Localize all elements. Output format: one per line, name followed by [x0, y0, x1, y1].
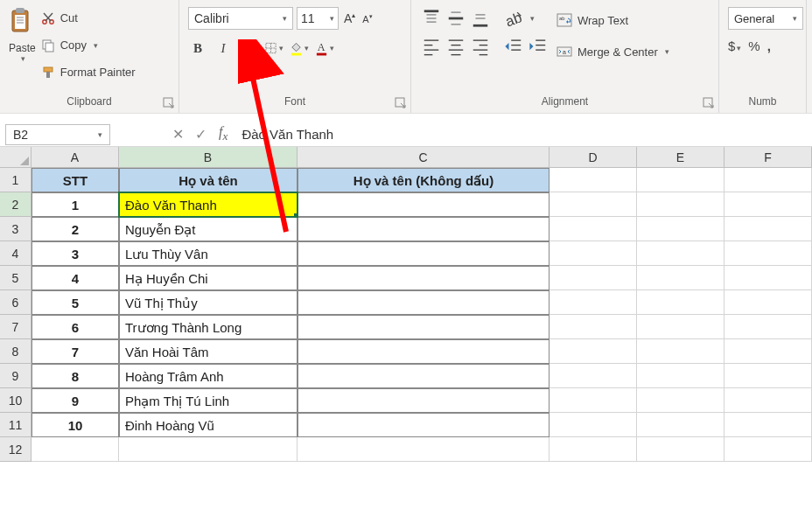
cell-E1[interactable] [637, 168, 724, 192]
percent-button[interactable]: % [748, 38, 760, 53]
row-header-4[interactable]: 4 [0, 241, 32, 266]
cell-A9[interactable]: 8 [32, 364, 119, 388]
column-header-C[interactable]: C [298, 147, 550, 168]
italic-button[interactable]: I [214, 38, 233, 58]
cell-C3[interactable] [298, 217, 550, 241]
cell-A4[interactable]: 3 [32, 241, 119, 266]
cell-F12[interactable] [724, 437, 812, 462]
cell-E4[interactable] [637, 241, 724, 266]
align-right-button[interactable] [471, 37, 490, 56]
column-header-B[interactable]: B [119, 147, 298, 168]
borders-button[interactable]: ▾ [264, 38, 284, 58]
cell-A1[interactable]: STT [32, 168, 119, 192]
cell-B1[interactable]: Họ và tên [119, 168, 298, 192]
cell-F6[interactable] [724, 290, 812, 315]
cell-D12[interactable] [550, 437, 637, 462]
font-dialog-launcher[interactable] [395, 97, 407, 109]
cell-C1[interactable]: Họ và tên (Không dấu) [298, 168, 550, 192]
cell-B2[interactable]: Đào Văn Thanh [119, 192, 298, 217]
fill-color-button[interactable]: ▾ [290, 38, 309, 58]
cell-C8[interactable] [298, 339, 550, 364]
increase-font-button[interactable]: A▴ [342, 11, 357, 25]
cell-E9[interactable] [637, 364, 724, 388]
row-header-5[interactable]: 5 [0, 266, 32, 290]
align-left-button[interactable] [422, 37, 441, 56]
underline-button[interactable]: U▾ [239, 38, 258, 58]
cell-F10[interactable] [724, 388, 812, 413]
row-header-1[interactable]: 1 [0, 168, 32, 192]
cell-A2[interactable]: 1 [32, 192, 119, 217]
row-header-7[interactable]: 7 [0, 315, 32, 339]
row-header-3[interactable]: 3 [0, 217, 32, 241]
cell-E12[interactable] [637, 437, 724, 462]
cell-A11[interactable]: 10 [32, 413, 119, 437]
column-header-E[interactable]: E [637, 147, 724, 168]
cell-B6[interactable]: Vũ Thị Thủy [119, 290, 298, 315]
merge-center-button[interactable]: a Merge & Center ▾ [556, 40, 669, 63]
orientation-button[interactable]: ab [504, 9, 523, 28]
cell-A3[interactable]: 2 [32, 217, 119, 241]
cell-E11[interactable] [637, 413, 724, 437]
column-header-A[interactable]: A [32, 147, 119, 168]
cell-E6[interactable] [637, 290, 724, 315]
row-header-6[interactable]: 6 [0, 290, 32, 315]
font-name-select[interactable]: Calibri ▾ [188, 7, 293, 30]
align-bottom-button[interactable] [471, 9, 490, 28]
alignment-dialog-launcher[interactable] [703, 97, 715, 109]
cell-C10[interactable] [298, 388, 550, 413]
decrease-indent-button[interactable] [504, 37, 523, 56]
cell-C9[interactable] [298, 364, 550, 388]
name-box[interactable]: B2 ▾ [5, 124, 110, 145]
cell-B11[interactable]: Đinh Hoàng Vũ [119, 413, 298, 437]
cancel-formula-button[interactable]: ✕ [168, 125, 187, 144]
cell-A5[interactable]: 4 [32, 266, 119, 290]
cell-D6[interactable] [550, 290, 637, 315]
increase-indent-button[interactable] [528, 37, 548, 56]
cell-E7[interactable] [637, 315, 724, 339]
row-header-11[interactable]: 11 [0, 413, 32, 437]
comma-button[interactable]: , [767, 38, 771, 53]
decrease-font-button[interactable]: A▾ [360, 13, 374, 24]
cell-B3[interactable]: Nguyễn Đạt [119, 217, 298, 241]
cell-A10[interactable]: 9 [32, 388, 119, 413]
cell-F11[interactable] [724, 413, 812, 437]
cell-F5[interactable] [724, 266, 812, 290]
cell-D3[interactable] [550, 217, 637, 241]
cell-A7[interactable]: 6 [32, 315, 119, 339]
cell-A12[interactable] [32, 437, 119, 462]
cell-F4[interactable] [724, 241, 812, 266]
cell-C4[interactable] [298, 241, 550, 266]
cell-A6[interactable]: 5 [32, 290, 119, 315]
cell-F3[interactable] [724, 217, 812, 241]
cell-B4[interactable]: Lưu Thùy Vân [119, 241, 298, 266]
bold-button[interactable]: B [188, 38, 207, 58]
format-painter-button[interactable]: Format Painter [41, 61, 136, 83]
cell-E5[interactable] [637, 266, 724, 290]
cut-button[interactable]: Cut [41, 7, 136, 29]
row-header-8[interactable]: 8 [0, 339, 32, 364]
cell-B9[interactable]: Hoàng Trâm Anh [119, 364, 298, 388]
cell-A8[interactable]: 7 [32, 339, 119, 364]
row-header-2[interactable]: 2 [0, 192, 32, 217]
cell-D7[interactable] [550, 315, 637, 339]
align-middle-button[interactable] [446, 9, 466, 28]
currency-button[interactable]: $▾ [728, 38, 741, 53]
row-header-10[interactable]: 10 [0, 388, 32, 413]
enter-formula-button[interactable]: ✓ [191, 125, 210, 144]
cell-F7[interactable] [724, 315, 812, 339]
cell-C5[interactable] [298, 266, 550, 290]
formula-input[interactable]: Đào Văn Thanh [240, 125, 812, 143]
cell-F9[interactable] [724, 364, 812, 388]
cell-B5[interactable]: Hạ Huyền Chi [119, 266, 298, 290]
cell-D1[interactable] [550, 168, 637, 192]
column-header-D[interactable]: D [550, 147, 637, 168]
cell-D5[interactable] [550, 266, 637, 290]
font-color-button[interactable]: A▾ [315, 38, 334, 58]
cell-B10[interactable]: Phạm Thị Tú Linh [119, 388, 298, 413]
cell-E10[interactable] [637, 388, 724, 413]
fx-icon[interactable]: fx [219, 124, 228, 143]
font-size-select[interactable]: 11 ▾ [297, 7, 339, 30]
cell-F8[interactable] [724, 339, 812, 364]
cell-C6[interactable] [298, 290, 550, 315]
cell-F2[interactable] [724, 192, 812, 217]
